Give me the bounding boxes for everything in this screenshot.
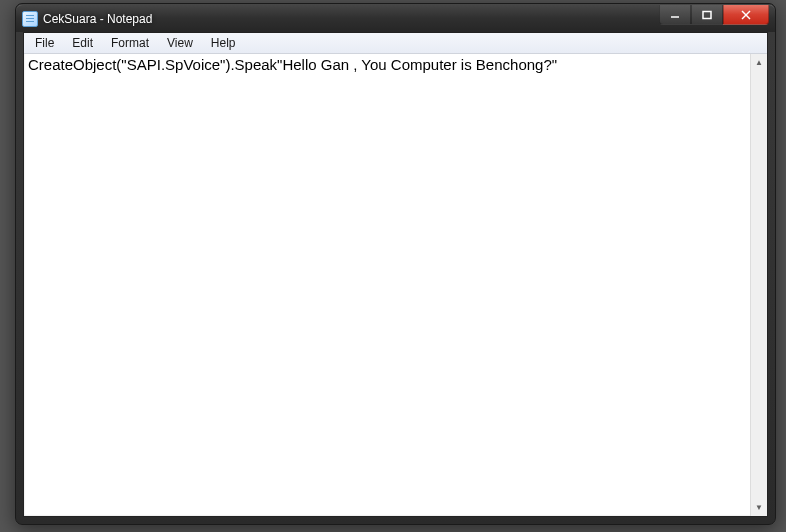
menu-format[interactable]: Format [102, 34, 158, 52]
vertical-scrollbar[interactable]: ▲ ▼ [750, 54, 767, 516]
text-editor[interactable]: CreateObject("SAPI.SpVoice").Speak"Hello… [24, 54, 750, 516]
client-area: File Edit Format View Help CreateObject(… [23, 32, 768, 517]
menu-view[interactable]: View [158, 34, 202, 52]
editor-wrap: CreateObject("SAPI.SpVoice").Speak"Hello… [24, 54, 767, 516]
minimize-icon [669, 10, 681, 20]
scroll-down-icon[interactable]: ▼ [751, 499, 767, 516]
close-icon [740, 10, 752, 20]
notepad-icon [22, 11, 38, 27]
window-controls [659, 5, 769, 25]
menubar: File Edit Format View Help [24, 33, 767, 54]
close-button[interactable] [723, 5, 769, 25]
minimize-button[interactable] [659, 5, 691, 25]
menu-file[interactable]: File [26, 34, 63, 52]
scroll-track[interactable] [751, 71, 767, 499]
menu-help[interactable]: Help [202, 34, 245, 52]
scroll-up-icon[interactable]: ▲ [751, 54, 767, 71]
maximize-icon [701, 10, 713, 20]
menu-edit[interactable]: Edit [63, 34, 102, 52]
notepad-window: CekSuara - Notepad File Edit Format View… [15, 3, 776, 525]
svg-rect-1 [703, 11, 711, 18]
maximize-button[interactable] [691, 5, 723, 25]
titlebar[interactable]: CekSuara - Notepad [16, 4, 775, 32]
